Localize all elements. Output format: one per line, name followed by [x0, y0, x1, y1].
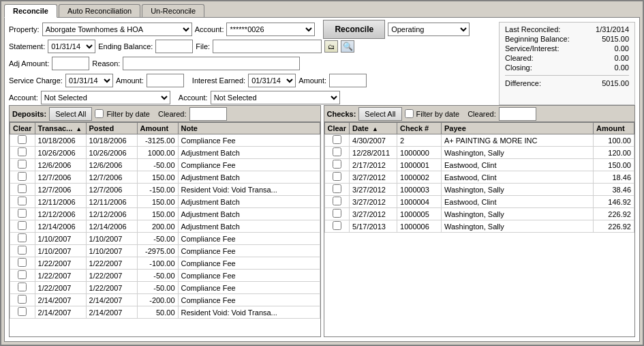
- table-row[interactable]: 12/6/2006 12/6/2006 -50.00 Compliance Fe…: [10, 159, 320, 171]
- checks-table-scroll[interactable]: Clear Date ▲ Check # Payee Amount 4/30/2…: [324, 122, 635, 336]
- deposit-clear-checkbox-3[interactable]: [18, 172, 27, 181]
- table-row[interactable]: 1/22/2007 1/22/2007 -100.00 Compliance F…: [10, 257, 320, 270]
- deposit-clear-checkbox-4[interactable]: [18, 184, 27, 193]
- table-row[interactable]: 3/27/2012 1000002 Eastwood, Clint 18.46: [324, 171, 634, 184]
- table-row[interactable]: 1/22/2007 1/22/2007 -50.00 Compliance Fe…: [10, 282, 320, 294]
- check-amount-5: 146.92: [594, 196, 634, 208]
- service-charge-amount-input[interactable]: 0.00: [147, 74, 184, 87]
- tab-reconcile[interactable]: Reconcile: [4, 4, 57, 18]
- reason-input[interactable]: [123, 57, 300, 70]
- deposits-col-amount[interactable]: Amount: [137, 123, 178, 134]
- deposit-clear-checkbox-10[interactable]: [18, 258, 27, 267]
- table-row[interactable]: 1/10/2007 1/10/2007 -50.00 Compliance Fe…: [10, 233, 320, 245]
- deposit-clear-checkbox-8[interactable]: [18, 233, 27, 242]
- file-input[interactable]: [213, 40, 322, 53]
- checks-cleared-input[interactable]: 0.00: [499, 107, 536, 121]
- checks-col-check-num[interactable]: Check #: [397, 123, 442, 134]
- deposit-clear-checkbox-9[interactable]: [18, 246, 27, 255]
- deposit-note-4: Resident Void: Void Transa...: [178, 184, 320, 196]
- account-select[interactable]: ******0026: [226, 23, 315, 36]
- deposit-clear-checkbox-7[interactable]: [18, 221, 27, 230]
- checks-table: Clear Date ▲ Check # Payee Amount 4/30/2…: [324, 122, 635, 233]
- statement-date-select[interactable]: 01/31/14: [48, 40, 95, 53]
- service-interest-row: Service/Interest: 0.00: [505, 44, 629, 53]
- table-row[interactable]: 10/18/2006 10/18/2006 -3125.00 Complianc…: [10, 134, 320, 147]
- check-date-0: 4/30/2007: [350, 134, 397, 147]
- checks-filter-by-date-checkbox[interactable]: [405, 109, 414, 118]
- adj-amount-input[interactable]: 0.00: [52, 57, 89, 70]
- deposits-col-posted[interactable]: Posted: [86, 123, 137, 134]
- check-clear-checkbox-7[interactable]: [333, 221, 341, 230]
- deposit-clear-checkbox-11[interactable]: [18, 270, 27, 279]
- deposits-filter-by-date-checkbox[interactable]: [95, 109, 104, 118]
- account-type-select[interactable]: Operating: [388, 23, 470, 36]
- table-row[interactable]: 3/27/2012 1000003 Washington, Sally 38.4…: [324, 184, 634, 196]
- table-row[interactable]: 12/12/2006 12/12/2006 150.00 Adjustment …: [10, 208, 320, 220]
- service-charge-date-select[interactable]: 01/31/14: [65, 74, 113, 87]
- table-row[interactable]: 12/7/2006 12/7/2006 150.00 Adjustment Ba…: [10, 171, 320, 184]
- table-row[interactable]: 3/27/2012 1000005 Washington, Sally 226.…: [324, 208, 634, 220]
- check-clear-checkbox-5[interactable]: [333, 197, 341, 205]
- deposit-note-11: Compliance Fee: [178, 270, 320, 282]
- check-clear-checkbox-4[interactable]: [333, 184, 341, 193]
- check-clear-checkbox-1[interactable]: [333, 147, 341, 156]
- ie-account-select[interactable]: Not Selected: [211, 91, 340, 104]
- deposits-select-all-button[interactable]: Select All: [49, 107, 92, 121]
- interest-amount-input[interactable]: 0.00: [329, 74, 367, 87]
- deposits-cleared-input[interactable]: 0.00: [189, 107, 227, 121]
- table-row[interactable]: 10/26/2006 10/26/2006 1000.00 Adjustment…: [10, 147, 320, 159]
- interest-earned-date-select[interactable]: 01/31/14: [248, 74, 296, 87]
- deposit-note-8: Compliance Fee: [178, 233, 320, 245]
- deposit-clear-checkbox-13[interactable]: [18, 295, 27, 304]
- table-row[interactable]: 2/14/2007 2/14/2007 -200.00 Compliance F…: [10, 294, 320, 306]
- sc-account-select[interactable]: Not Selected: [41, 91, 170, 104]
- table-row[interactable]: 1/10/2007 1/10/2007 -2975.00 Compliance …: [10, 245, 320, 257]
- file-browse-icon[interactable]: 🗂: [324, 40, 338, 53]
- deposits-table-scroll[interactable]: Clear Transac... ▲ Posted Amount Note 10…: [10, 122, 320, 336]
- checks-col-payee[interactable]: Payee: [442, 123, 594, 134]
- table-row[interactable]: 2/17/2012 1000001 Eastwood, Clint 150.00: [324, 159, 634, 171]
- reconcile-button[interactable]: Reconcile: [323, 20, 385, 39]
- tab-auto-reconciliation[interactable]: Auto Reconciliation: [59, 4, 140, 17]
- deposits-col-transaction[interactable]: Transac... ▲: [35, 123, 86, 134]
- check-clear-checkbox-6[interactable]: [333, 209, 341, 218]
- deposit-clear-checkbox-2[interactable]: [18, 160, 27, 169]
- table-row[interactable]: 12/7/2006 12/7/2006 -150.00 Resident Voi…: [10, 184, 320, 196]
- tab-un-reconcile[interactable]: Un-Reconcile: [142, 4, 204, 17]
- checks-col-amount[interactable]: Amount: [594, 123, 634, 134]
- check-amount-0: 100.00: [594, 134, 634, 147]
- check-clear-checkbox-0[interactable]: [333, 135, 341, 144]
- table-row[interactable]: 1/22/2007 1/22/2007 -50.00 Compliance Fe…: [10, 270, 320, 282]
- checks-select-all-button[interactable]: Select All: [358, 107, 401, 121]
- deposit-clear-checkbox-6[interactable]: [18, 209, 27, 218]
- deposit-clear-checkbox-0[interactable]: [18, 135, 27, 144]
- deposit-clear-checkbox-12[interactable]: [18, 283, 27, 291]
- table-row[interactable]: 2/14/2007 2/14/2007 50.00 Resident Void:…: [10, 306, 320, 319]
- account-selects-row: Account: Not Selected Account: Not Selec…: [9, 90, 495, 105]
- table-row[interactable]: 3/27/2012 1000004 Eastwood, Clint 146.92: [324, 196, 634, 208]
- difference-value: 5015.00: [588, 79, 629, 87]
- table-row[interactable]: 12/28/2011 1000000 Washington, Sally 120…: [324, 147, 634, 159]
- property-label: Property:: [9, 25, 40, 33]
- table-row[interactable]: 4/30/2007 2 A+ PAINTING & MORE INC 100.0…: [324, 134, 634, 147]
- check-clear-checkbox-2[interactable]: [333, 160, 341, 169]
- deposit-clear-checkbox-5[interactable]: [18, 197, 27, 205]
- table-row[interactable]: 5/17/2013 1000006 Washington, Sally 226.…: [324, 220, 634, 233]
- check-num-1: 1000000: [397, 147, 442, 159]
- closing-label: Closing:: [505, 63, 532, 72]
- deposits-col-note[interactable]: Note: [178, 123, 320, 134]
- check-payee-5: Eastwood, Clint: [442, 196, 594, 208]
- search-icon[interactable]: 🔍: [341, 40, 354, 53]
- property-select[interactable]: Aborgate Townhomes & HOA: [42, 23, 192, 36]
- check-clear-checkbox-3[interactable]: [333, 172, 341, 181]
- deposit-amount-10: -100.00: [137, 257, 178, 270]
- checks-col-date[interactable]: Date ▲: [350, 123, 397, 134]
- tab-bar: Reconcile Auto Reconciliation Un-Reconci…: [1, 1, 643, 17]
- table-row[interactable]: 12/14/2006 12/14/2006 200.00 Adjustment …: [10, 220, 320, 233]
- deposit-clear-checkbox-14[interactable]: [18, 307, 27, 316]
- deposit-clear-checkbox-1[interactable]: [18, 147, 27, 156]
- check-amount-2: 150.00: [594, 159, 634, 171]
- deposit-posted-9: 1/10/2007: [86, 245, 137, 257]
- table-row[interactable]: 12/11/2006 12/11/2006 150.00 Adjustment …: [10, 196, 320, 208]
- ending-balance-input[interactable]: 0.00: [155, 40, 193, 53]
